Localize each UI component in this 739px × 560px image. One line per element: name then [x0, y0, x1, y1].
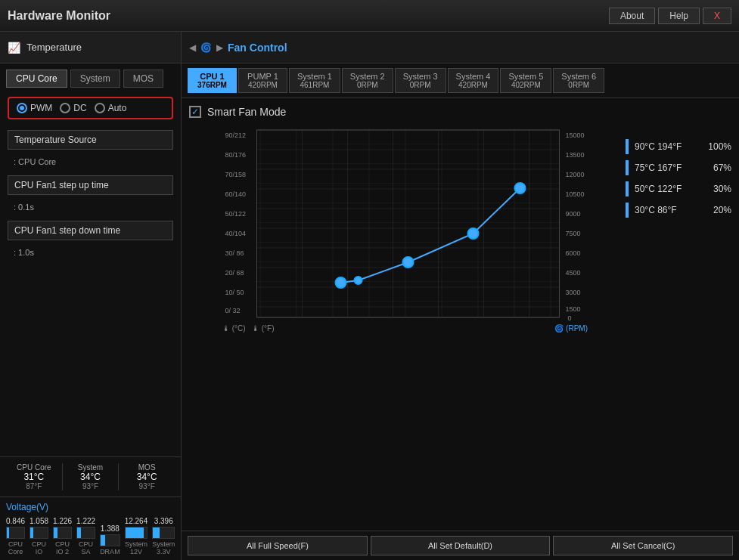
chart-point-4[interactable] [468, 228, 479, 239]
voltage-bar-fill-6 [153, 528, 159, 538]
help-button[interactable]: Help [658, 8, 700, 24]
temp-axis-label: 🌡 (°C) 🌡 (°F) [222, 324, 275, 333]
fan-tab-system2[interactable]: System 20RPM [342, 68, 393, 93]
all-set-default-button[interactable]: All Set Default(D) [371, 536, 551, 555]
pwm-radio[interactable]: PWM [17, 103, 52, 113]
svg-text:30/ 86: 30/ 86 [225, 249, 244, 257]
dc-radio[interactable]: DC [60, 103, 86, 113]
tab-cpu-core[interactable]: CPU Core [6, 70, 67, 88]
title-bar: Hardware Monitor About Help X [0, 0, 739, 32]
auto-radio[interactable]: Auto [95, 103, 127, 113]
voltage-value-0: 0.846 [6, 517, 25, 525]
voltage-value-4: 1.388 [101, 524, 120, 533]
temp-system-label: System [63, 463, 119, 472]
smart-fan-header: ✓ Smart Fan Mode [189, 106, 731, 118]
action-bar: All Full Speed(F) All Set Default(D) All… [182, 531, 739, 560]
svg-text:6000: 6000 [566, 249, 581, 257]
legend-temp-1: 75°C 167°F [635, 162, 682, 173]
chart-legend: 90°C 194°F 100% 75°C 167°F 67% 50°C 122°… [626, 124, 731, 523]
chart-container: 90/212 80/176 70/158 60/140 50/122 40/10… [189, 124, 731, 523]
tab-system[interactable]: System [70, 70, 120, 88]
voltage-value-1: 1.058 [29, 517, 48, 525]
step-down-box[interactable]: CPU Fan1 step down time [8, 221, 173, 240]
voltage-label-2: CPU IO 2 [53, 540, 72, 555]
voltage-item-system12v: 12.264 System 12V [125, 517, 148, 555]
fan-tab-pump1[interactable]: PUMP 1420RPM [238, 68, 287, 93]
svg-text:70/158: 70/158 [225, 171, 247, 178]
fan-tab-system1[interactable]: System 1461RPM [289, 68, 340, 93]
pwm-label: PWM [30, 103, 52, 113]
legend-pct-2: 30% [713, 184, 731, 194]
fan-title: Fan Control [228, 42, 287, 54]
voltage-bar-container-3 [76, 527, 95, 539]
smart-fan-checkbox[interactable]: ✓ [189, 106, 201, 118]
voltage-value-6: 3.396 [154, 517, 173, 525]
voltage-section: Voltage(V) 0.846 CPU Core 1.058 CPU IO 1… [0, 497, 181, 560]
close-button[interactable]: X [703, 8, 731, 24]
fan-icon: 🌀 [200, 42, 212, 53]
legend-bar-0 [626, 139, 629, 154]
svg-text:4500: 4500 [566, 269, 581, 277]
fan-tab-system3[interactable]: System 30RPM [395, 68, 446, 93]
about-button[interactable]: About [609, 8, 655, 24]
svg-text:12000: 12000 [566, 171, 585, 178]
voltage-title: Voltage(V) [6, 502, 175, 512]
temp-source-box[interactable]: Temperature Source [8, 130, 173, 150]
right-panel: ◀ 🌀 ▶ Fan Control CPU 1376RPMPUMP 1420RP… [182, 32, 739, 560]
chart-point-1[interactable] [336, 277, 346, 288]
temp-panel-header: 📈 Temperature [0, 32, 181, 63]
fan-arrow-right: ▶ [216, 42, 223, 53]
chart-point-2[interactable] [355, 277, 362, 284]
legend-pct-0: 100% [708, 141, 731, 152]
voltage-item-cpusa: 1.222 CPU SA [76, 517, 95, 555]
voltage-value-3: 1.222 [76, 517, 95, 525]
tab-mos[interactable]: MOS [123, 70, 163, 88]
legend-pct-3: 20% [713, 205, 731, 215]
legend-temp-0: 90°C 194°F [635, 141, 682, 152]
rpm-axis-label: 🌀 (RPM) [554, 324, 588, 333]
voltage-bar-fill-0 [7, 528, 9, 538]
voltage-bar-container-6 [152, 527, 175, 539]
back-arrow-icon: ◀ [189, 42, 196, 53]
legend-item-2: 50°C 122°F 30% [626, 181, 731, 196]
temp-system-fahrenheit: 93°F [63, 482, 119, 490]
legend-pct-1: 67% [713, 162, 731, 173]
temp-icon: 📈 [8, 42, 20, 54]
all-full-speed-button[interactable]: All Full Speed(F) [188, 536, 368, 555]
svg-text:1500: 1500 [566, 305, 581, 313]
chart-point-3[interactable] [403, 257, 414, 268]
voltage-bar-fill-2 [54, 528, 57, 538]
all-set-cancel-button[interactable]: All Set Cancel(C) [553, 536, 733, 555]
voltage-bar-container-5 [125, 527, 148, 539]
fan-tab-system5[interactable]: System 5402RPM [500, 68, 551, 93]
legend-item-0: 90°C 194°F 100% [626, 139, 731, 154]
step-up-box[interactable]: CPU Fan1 step up time [8, 175, 173, 195]
chart-point-5[interactable] [515, 183, 526, 193]
svg-text:13500: 13500 [566, 151, 585, 159]
voltage-item-cpuio: 1.058 CPU IO [29, 517, 48, 555]
main-layout: 📈 Temperature CPU Core System MOS PWM DC [0, 32, 739, 560]
legend-bar-3 [626, 203, 629, 218]
svg-text:10/ 50: 10/ 50 [225, 289, 244, 296]
chart-left: 90/212 80/176 70/158 60/140 50/122 40/10… [189, 124, 621, 523]
dc-label: DC [73, 103, 86, 113]
fan-chart-svg[interactable]: 90/212 80/176 70/158 60/140 50/122 40/10… [189, 124, 621, 320]
fan-tab-cpu1[interactable]: CPU 1376RPM [188, 68, 237, 93]
smart-fan-title: Smart Fan Mode [207, 106, 286, 118]
voltage-bar-fill-5 [126, 528, 144, 538]
temp-display-bar: CPU Core 31°C 87°F System 34°C 93°F MOS … [0, 456, 181, 497]
fan-tab-system6[interactable]: System 60RPM [553, 68, 604, 93]
pwm-radio-circle [17, 103, 27, 113]
svg-text:0/ 32: 0/ 32 [225, 307, 241, 314]
svg-text:60/140: 60/140 [225, 190, 247, 198]
voltage-bar-fill-3 [77, 528, 81, 538]
voltage-label-6: System 3.3V [152, 540, 175, 555]
dc-radio-circle [60, 103, 70, 113]
voltage-label-1: CPU IO [29, 540, 48, 555]
auto-radio-circle [95, 103, 105, 113]
temp-cpu-label: CPU Core [6, 463, 62, 472]
fan-tab-system4[interactable]: System 4420RPM [448, 68, 499, 93]
voltage-item-cpucore: 0.846 CPU Core [6, 517, 25, 555]
svg-text:50/122: 50/122 [225, 210, 247, 218]
voltage-bar-container-0 [6, 527, 25, 539]
